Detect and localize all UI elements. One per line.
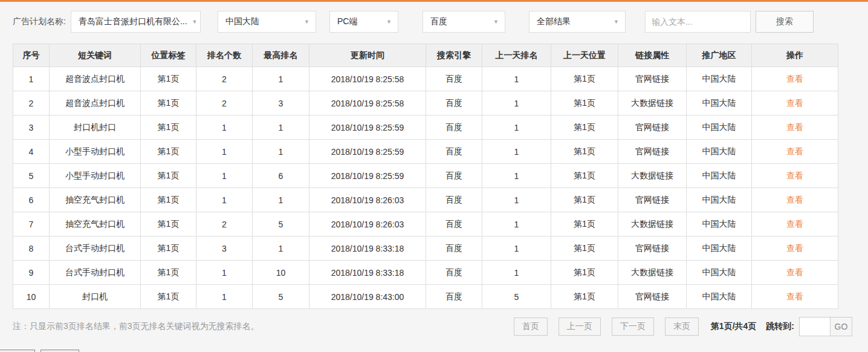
table-cell: 官网链接 (618, 140, 687, 164)
next-page-button[interactable]: 下一页 (612, 318, 654, 336)
table-cell-action: 查看 (752, 164, 838, 188)
column-header: 搜索引擎 (426, 44, 482, 67)
table-cell: 第1页 (551, 236, 618, 261)
table-cell: 2 (196, 212, 253, 236)
table-cell: 中国大陆 (687, 236, 752, 261)
table-cell: 1 (482, 188, 551, 212)
table-row: 3封口机封口第1页112018/10/19 8:25:59百度1第1页官网链接中… (13, 116, 838, 140)
table-cell: 抽空充气封口机 (50, 212, 141, 236)
view-link[interactable]: 查看 (786, 243, 803, 253)
view-link[interactable]: 查看 (786, 74, 803, 83)
table-cell: 6 (253, 164, 309, 188)
table-cell: 第1页 (141, 164, 196, 188)
table-cell: 中国大陆 (687, 261, 752, 285)
table-cell: 中国大陆 (687, 285, 752, 309)
engine-select[interactable]: 百度 ▼ (423, 11, 505, 33)
table-cell: 2018/10/19 8:33:18 (309, 261, 426, 285)
go-button[interactable]: GO (830, 318, 852, 336)
table-cell: 台式手动封口机 (50, 261, 141, 285)
view-link[interactable]: 查看 (786, 122, 803, 132)
table-cell: 官网链接 (618, 285, 687, 309)
table-cell: 第1页 (551, 285, 618, 309)
column-header: 上一天排名 (482, 44, 551, 67)
table-row: 9台式手动封口机第1页1102018/10/19 8:33:18百度1第1页大数… (13, 261, 838, 285)
view-link[interactable]: 查看 (786, 195, 803, 204)
jump-to-label: 跳转到: (766, 321, 794, 332)
column-header: 推广地区 (687, 44, 752, 67)
cutoff-button-1[interactable] (0, 350, 35, 352)
table-cell: 小型手动封口机 (50, 164, 141, 188)
table-row: 4小型手动封口机第1页112018/10/19 8:25:59百度1第1页官网链… (13, 140, 838, 164)
table-cell: 百度 (426, 285, 482, 309)
table-cell: 1 (482, 67, 551, 91)
table-cell: 第1页 (141, 212, 196, 236)
view-link[interactable]: 查看 (786, 267, 803, 277)
table-cell: 1 (253, 140, 309, 164)
table-cell: 百度 (426, 91, 482, 116)
table-cell: 官网链接 (618, 67, 687, 91)
table-cell: 大数据链接 (618, 212, 687, 236)
table-cell: 第1页 (141, 261, 196, 285)
search-button[interactable]: 搜索 (756, 11, 814, 33)
table-cell: 第1页 (551, 140, 618, 164)
table-row: 6抽空充气封口机第1页112018/10/19 8:26:03百度1第1页官网链… (13, 188, 838, 212)
table-cell: 1 (253, 188, 309, 212)
table-cell: 第1页 (141, 116, 196, 140)
table-cell: 官网链接 (618, 188, 687, 212)
table-cell: 2018/10/19 8:33:18 (309, 236, 426, 261)
ad-plan-select[interactable]: 青岛富士音派封口机有限公... ▼ (71, 11, 201, 33)
table-cell-action: 查看 (752, 212, 838, 236)
last-page-button[interactable]: 末页 (665, 318, 699, 336)
region-select[interactable]: 中国大陆 ▼ (218, 11, 316, 33)
table-cell: 1 (482, 212, 551, 236)
table-cell: 1 (482, 236, 551, 261)
view-link[interactable]: 查看 (786, 98, 803, 108)
table-cell: 第1页 (141, 188, 196, 212)
table-cell: 百度 (426, 188, 482, 212)
table-cell: 5 (482, 285, 551, 309)
table-row: 10封口机第1页152018/10/19 8:43:00百度5第1页官网链接中国… (13, 285, 838, 309)
table-cell: 第1页 (141, 91, 196, 116)
result-type-select[interactable]: 全部结果 ▼ (529, 11, 626, 33)
table-cell-action: 查看 (752, 285, 838, 309)
chevron-down-icon: ▼ (386, 19, 392, 25)
prev-page-button[interactable]: 上一页 (559, 318, 601, 336)
engine-select-value: 百度 (430, 16, 447, 27)
table-cell: 2 (13, 91, 50, 116)
ad-plan-select-value: 青岛富士音派封口机有限公... (79, 16, 187, 27)
view-link[interactable]: 查看 (786, 219, 803, 229)
table-cell: 3 (196, 236, 253, 261)
search-text-input[interactable] (645, 11, 751, 33)
table-cell-action: 查看 (752, 67, 838, 91)
table-cell: 百度 (426, 212, 482, 236)
table-cell: 10 (253, 261, 309, 285)
table-cell: 1 (253, 236, 309, 261)
cutoff-button-2[interactable] (40, 350, 79, 352)
table-cell: 7 (13, 212, 50, 236)
jump-group: GO (799, 317, 852, 336)
table-cell: 百度 (426, 236, 482, 261)
table-cell-action: 查看 (752, 116, 838, 140)
table-cell: 9 (13, 261, 50, 285)
table-cell: 第1页 (551, 261, 618, 285)
region-select-value: 中国大陆 (225, 16, 259, 27)
top-accent-bar (0, 0, 868, 2)
table-cell: 1 (196, 164, 253, 188)
view-link[interactable]: 查看 (786, 146, 803, 156)
table-cell-action: 查看 (752, 91, 838, 116)
jump-page-input[interactable] (800, 318, 830, 336)
result-type-select-value: 全部结果 (537, 16, 571, 27)
table-cell: 中国大陆 (687, 67, 752, 91)
table-cell: 中国大陆 (687, 91, 752, 116)
table-cell: 第1页 (551, 91, 618, 116)
table-cell: 6 (13, 188, 50, 212)
table-cell-action: 查看 (752, 236, 838, 261)
first-page-button[interactable]: 首页 (514, 318, 548, 336)
table-cell: 5 (13, 164, 50, 188)
view-link[interactable]: 查看 (786, 292, 803, 301)
view-link[interactable]: 查看 (786, 171, 803, 180)
table-cell: 官网链接 (618, 116, 687, 140)
device-select[interactable]: PC端 ▼ (329, 11, 398, 33)
table-cell: 1 (253, 67, 309, 91)
table-cell: 5 (253, 212, 309, 236)
